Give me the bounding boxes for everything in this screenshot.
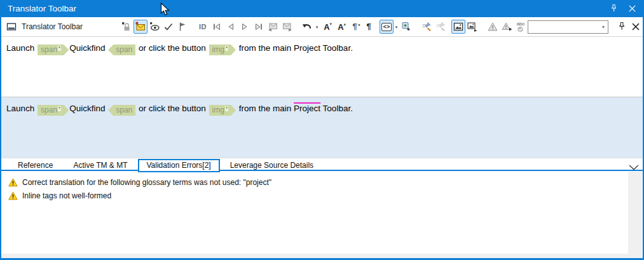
target-text-run: Quickfind [69,104,107,113]
pilcrow-icon: ¶ [366,22,371,31]
go-next-icon [240,22,250,32]
paragraph-direction-button[interactable]: ¶ ◂ [348,20,362,34]
caret-down-icon: ▾ [395,25,398,29]
titlebar-pin-button[interactable] [610,4,618,13]
horizontal-scrollbar[interactable] [1,254,643,258]
show-paragraph-marks-button[interactable]: ¶ [362,20,376,34]
source-segment-text: Launch span*Quickfind span or click the … [1,37,643,55]
toolbar-combobox[interactable]: ▾ [528,20,608,34]
inline-tag-span-close[interactable]: span [108,105,135,116]
error-text: Inline tags not well-formed [22,191,111,200]
undo-button[interactable] [300,20,314,34]
caret-down-icon: ▾ [329,22,332,26]
mail-next-icon [282,22,292,32]
pilcrow-left-icon: ¶ [352,22,357,31]
toolbar-pin-button[interactable] [615,20,629,34]
bottom-tab-bar: Reference Active TM & MT Validation Erro… [1,158,643,172]
translator-toolbar-window: Translator Toolbar Translator Toolbar [0,0,644,260]
source-text-run: Quickfind [69,43,107,53]
undo-icon [302,22,312,32]
source-segment-pane[interactable]: Launch span*Quickfind span or click the … [1,37,643,97]
image-arrow-icon [467,22,477,32]
inline-tag-span-close[interactable]: span [108,44,135,55]
next-untranslated-button[interactable] [280,20,294,34]
image-icon [453,22,463,32]
spellcheck-button[interactable]: abc [514,20,528,34]
tab-validation-errors[interactable]: Validation Errors[2] [138,159,220,172]
chevron-down-icon [629,165,639,170]
main-toolbar: Translator Toolbar [1,17,643,37]
close-icon [628,4,636,13]
go-previous-icon [226,22,236,32]
tag-label: span [41,45,57,54]
confirm-segment-button[interactable] [161,20,175,34]
inline-tag-span-open[interactable]: span* [38,105,69,116]
toolbar-title-label: Translator Toolbar [22,22,83,31]
tag-label: img [212,45,224,54]
warning-icon [8,178,18,187]
tag-star: * [225,106,228,111]
checkmark-icon [163,22,174,32]
next-segment-button[interactable] [238,20,252,34]
inline-tag-img[interactable]: img* [209,44,236,55]
increase-font-button[interactable]: A ▴ [334,20,348,34]
show-segment-id-button[interactable]: ID [196,20,210,34]
combobox-caret-icon[interactable]: ▾ [602,24,608,30]
previous-untranslated-button[interactable] [266,20,280,34]
glossary-flagged-word: Project [294,104,320,113]
close-icon [631,22,640,31]
go-last-icon [254,22,264,32]
vertical-scrollbar[interactable] [628,172,643,258]
lock-segment-button[interactable] [120,20,134,34]
propagate-disabled-icon [435,22,446,32]
tag-display-dropdown-caret[interactable]: ▾ [394,20,399,34]
lock-icon [121,22,132,32]
copy-tag-icon [401,22,411,32]
inline-tag-span-open[interactable]: span* [38,44,69,55]
toolbar-close-button[interactable] [629,20,643,34]
propagate-all-button[interactable] [434,20,448,34]
toolbar-search-input[interactable] [528,22,602,32]
insert-image-button[interactable] [465,20,479,34]
previous-segment-button[interactable] [224,20,238,34]
flag-icon [177,22,188,32]
target-text-run: from the main [236,104,294,113]
copy-tag-button[interactable] [399,20,413,34]
tab-overflow-button[interactable] [629,161,639,173]
caret-up-icon: ▴ [343,22,346,26]
propagate-translation-button[interactable] [420,20,434,34]
toolbar-window-icon [6,22,17,32]
mail-icon [135,22,146,32]
show-warnings-button[interactable] [486,20,500,34]
segment-message-toggle-button[interactable] [134,20,147,34]
id-icon: ID [199,23,207,31]
decrease-font-button[interactable]: A ▾ [320,20,334,34]
toolbar-title: Translator Toolbar [6,22,120,32]
tag-star: * [58,46,61,51]
tag-label: span [41,106,57,114]
next-warning-button[interactable] [500,20,514,34]
tag-brackets-icon: <> [381,23,392,31]
show-images-button[interactable] [451,20,465,34]
error-list-item[interactable]: Inline tags not well-formed [1,189,643,202]
pin-icon [617,22,626,32]
tab-underline [1,170,643,171]
titlebar-close-button[interactable] [628,4,636,13]
flag-segment-button[interactable] [175,20,189,34]
target-segment-pane[interactable]: Launch span*Quickfind span or click the … [1,97,643,158]
inline-tag-img[interactable]: img* [209,105,236,116]
preview-segment-button[interactable] [147,20,161,34]
undo-dropdown-caret[interactable]: ▾ [314,20,320,34]
caret-down-icon: ▾ [316,25,319,29]
warning-disabled-icon [488,22,498,32]
error-list-item[interactable]: Correct translation for the following gl… [1,175,643,189]
tag-label: span [116,45,132,54]
tag-display-mode-button[interactable]: <> [380,20,394,34]
target-text-run: Launch [6,104,37,113]
source-text-run: or click the button [136,43,208,53]
first-segment-button[interactable] [210,20,224,34]
tag-star: * [58,106,61,111]
last-segment-button[interactable] [252,20,266,34]
spellcheck-check-icon [517,26,524,32]
source-text-run: from the main Project Toolbar. [236,43,353,53]
